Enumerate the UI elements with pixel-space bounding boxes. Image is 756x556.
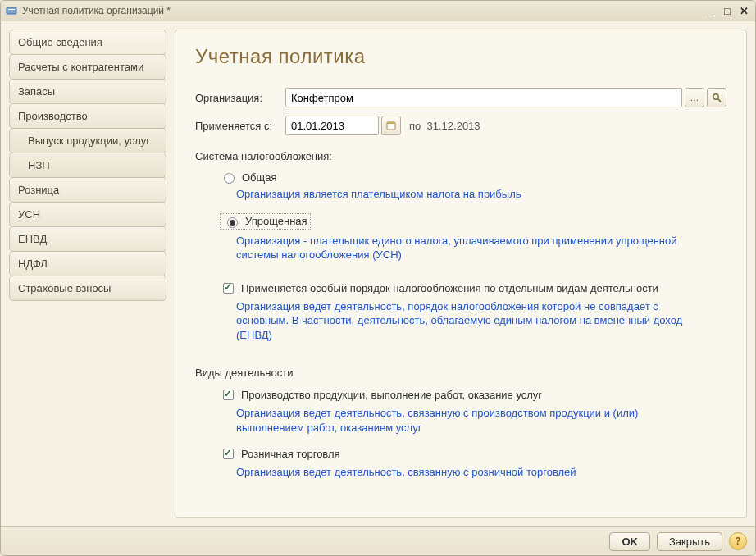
date-from-input[interactable] (285, 116, 379, 135)
date-picker-button[interactable] (381, 116, 401, 135)
checkbox-special-label: Применяется особый порядок налогообложен… (241, 282, 658, 294)
search-icon (712, 93, 722, 103)
org-input[interactable] (285, 88, 682, 107)
sidebar-item-label: Расчеты с контрагентами (18, 61, 143, 73)
svg-line-4 (718, 99, 722, 103)
activities-label: Виды деятельности (195, 367, 726, 379)
sidebar-item-envd[interactable]: ЕНВД (9, 226, 166, 252)
sidebar-item-label: Производство (18, 110, 88, 122)
hint-special: Организация ведет деятельность, порядок … (236, 299, 695, 343)
sidebar-item-wip[interactable]: НЗП (9, 153, 166, 178)
date-to-value: 31.12.2013 (427, 120, 480, 132)
option-special: Применяется особый порядок налогообложен… (220, 280, 726, 343)
window-title: Учетная политика организаций * (22, 5, 171, 16)
sidebar-item-label: Розница (18, 184, 59, 196)
checkbox-retail-label: Розничная торговля (241, 448, 340, 460)
checkbox-special[interactable] (223, 283, 234, 294)
hint-general: Организация является плательщиком налога… (236, 187, 695, 202)
radio-general-label: Общая (242, 171, 277, 184)
sidebar-item-production[interactable]: Производство (9, 103, 166, 129)
maximize-button[interactable]: □ (721, 4, 734, 17)
sidebar-item-label: НДФЛ (18, 257, 48, 270)
help-button[interactable]: ? (729, 532, 747, 550)
sidebar-item-label: УСН (18, 208, 40, 221)
window: Учетная политика организаций * _ □ ✕ Общ… (0, 0, 756, 556)
calendar-icon (386, 121, 396, 130)
sidebar-item-label: НЗП (28, 159, 50, 171)
sidebar-item-counterparties[interactable]: Расчеты с контрагентами (9, 54, 166, 80)
sidebar-item-label: Общие сведения (18, 36, 102, 48)
date-to-block: по 31.12.2013 (409, 120, 480, 132)
sidebar-item-ndfl[interactable]: НДФЛ (9, 251, 166, 276)
hint-production: Организация ведет деятельность, связанну… (236, 406, 695, 435)
sidebar-item-label: Страховые взносы (18, 282, 111, 294)
checkbox-production-label: Производство продукции, выполнение работ… (241, 389, 542, 401)
applies-label: Применяется с: (195, 120, 285, 132)
option-general: Общая Организация является плательщиком … (220, 171, 726, 202)
sidebar-item-insurance[interactable]: Страховые взносы (9, 276, 166, 301)
checkbox-production[interactable] (223, 390, 234, 400)
sidebar-item-label: Выпуск продукции, услуг (28, 134, 150, 147)
hint-simplified: Организация - плательщик единого налога,… (236, 234, 695, 262)
sidebar: Общие сведения Расчеты с контрагентами З… (9, 30, 166, 518)
sidebar-item-general[interactable]: Общие сведения (9, 30, 166, 55)
org-row: Организация: … (195, 88, 726, 107)
org-select-button[interactable]: … (685, 88, 704, 107)
hint-retail: Организация ведет деятельность, связанну… (236, 465, 695, 480)
org-search-button[interactable] (707, 88, 726, 107)
svg-rect-1 (8, 9, 15, 10)
footer: OK Закрыть ? (1, 526, 755, 555)
sidebar-item-inventory[interactable]: Запасы (9, 79, 166, 104)
radio-simplified-label: Упрощенная (245, 215, 307, 227)
checkbox-retail[interactable] (223, 449, 234, 459)
svg-rect-6 (387, 122, 395, 124)
body: Общие сведения Расчеты с контрагентами З… (1, 21, 755, 526)
sidebar-item-retail[interactable]: Розница (9, 177, 166, 203)
page-title: Учетная политика (195, 45, 726, 68)
sidebar-item-label: Запасы (18, 85, 55, 98)
org-label: Организация: (195, 92, 285, 104)
main-panel: Учетная политика Организация: … Применяе… (175, 30, 747, 518)
minimize-button[interactable]: _ (704, 4, 717, 17)
option-simplified: Упрощенная Организация - плательщик един… (220, 213, 726, 262)
radio-simplified[interactable] (227, 217, 238, 228)
radio-general[interactable] (224, 173, 235, 184)
sidebar-item-label: ЕНВД (18, 233, 47, 245)
sidebar-item-usn[interactable]: УСН (9, 202, 166, 227)
close-window-button[interactable]: ✕ (737, 4, 750, 17)
sidebar-item-output[interactable]: Выпуск продукции, услуг (9, 128, 166, 153)
svg-point-3 (713, 94, 718, 99)
app-icon (6, 5, 17, 16)
titlebar: Учетная политика организаций * _ □ ✕ (1, 1, 755, 21)
tax-system-label: Система налогообложения: (195, 150, 726, 162)
activity-production: Производство продукции, выполнение работ… (220, 387, 726, 435)
date-to-prefix: по (409, 120, 421, 132)
ok-button[interactable]: OK (609, 532, 650, 551)
activity-retail: Розничная торговля Организация ведет дея… (220, 446, 726, 480)
applies-row: Применяется с: по 31.12.2013 (195, 116, 726, 135)
svg-rect-2 (8, 11, 15, 11)
close-button[interactable]: Закрыть (657, 532, 722, 551)
